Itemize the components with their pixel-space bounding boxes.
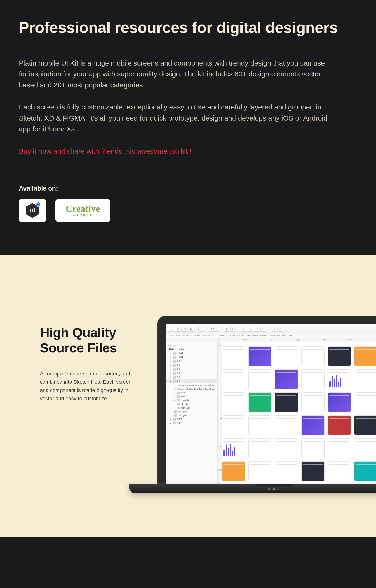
- mask-tool-icon[interactable]: ◑: [271, 326, 277, 332]
- vruler-tick: -600: [218, 344, 222, 346]
- creative-market-badge[interactable]: Creative MARKET: [55, 199, 110, 222]
- ruler-tick: 2,400: [295, 339, 321, 341]
- sidebar-doc-title[interactable]: Platin UI Kit ▾: [166, 347, 217, 351]
- hero-paragraph-1: Platin mobile UI Kit is a huge mobile sc…: [19, 58, 331, 91]
- ui8-logo-icon: ui 8: [24, 202, 40, 219]
- artboard[interactable]: [275, 415, 298, 435]
- artboard[interactable]: [275, 346, 298, 366]
- ruler-tick: 0: [218, 339, 244, 341]
- artboard[interactable]: [248, 438, 272, 458]
- artboard[interactable]: [328, 392, 351, 412]
- ruler-tick: 1,600: [269, 339, 295, 341]
- lbl-scale: Scale: [288, 334, 294, 336]
- layer-item[interactable]: iPhone X/Home IndicatorHome Indicator…: [166, 383, 217, 387]
- group-tool-icon[interactable]: ▣: [224, 326, 230, 332]
- artboard[interactable]: [222, 461, 245, 481]
- page-item[interactable]: ▸9.02: [166, 359, 217, 363]
- layer-item[interactable]: iPhone X/Status Bars/Status Bar (Black): [166, 387, 217, 391]
- layer-item[interactable]: ▸Modals: [166, 402, 217, 406]
- section2-title: High Quality Source Files: [40, 325, 143, 356]
- artboard[interactable]: [328, 461, 351, 481]
- artboard[interactable]: [328, 415, 351, 435]
- page-item[interactable]: ▸10.02: [166, 351, 217, 356]
- toolbar-labels: Insert Data Symbols Text Styles Create S…: [166, 334, 376, 338]
- page-item[interactable]: ▸7.02: [166, 371, 217, 375]
- artboard[interactable]: [248, 369, 272, 389]
- page-item[interactable]: ▸5.01: [166, 421, 217, 425]
- insert-tool-icon[interactable]: +: [168, 326, 174, 332]
- zoom-display[interactable]: 13% ▾: [209, 326, 219, 332]
- layer-item[interactable]: Background: [166, 410, 217, 413]
- textstyles-tool-icon[interactable]: Aa: [188, 326, 194, 332]
- artboard[interactable]: [222, 369, 245, 389]
- artboard[interactable]: [354, 461, 376, 481]
- page-item[interactable]: ▸5.02: [166, 417, 217, 421]
- ruler-tick: 3,200: [321, 339, 347, 341]
- artboard[interactable]: [354, 415, 376, 435]
- page-item[interactable]: ▸8.01: [166, 368, 217, 371]
- artboard[interactable]: [248, 415, 272, 435]
- artboard[interactable]: [301, 369, 324, 389]
- vruler-tick: 0: [218, 370, 219, 372]
- create-symbol-icon[interactable]: ◇: [198, 326, 204, 332]
- symbols-tool-icon[interactable]: ◧: [182, 326, 188, 332]
- marketplace-badges: ui 8 Creative MARKET: [19, 199, 357, 222]
- artboard[interactable]: [222, 415, 245, 435]
- artboard[interactable]: [222, 438, 245, 458]
- lbl-mask: Mask: [281, 334, 287, 336]
- artboard[interactable]: [275, 461, 298, 481]
- artboard[interactable]: [222, 392, 245, 412]
- artboard[interactable]: [328, 438, 351, 458]
- artboard[interactable]: [301, 415, 324, 435]
- laptop-base: MacBook: [129, 484, 376, 493]
- artboard[interactable]: [275, 369, 298, 389]
- ungroup-tool-icon[interactable]: ▢: [230, 326, 236, 332]
- artboard[interactable]: [354, 392, 376, 412]
- artboard[interactable]: [354, 346, 376, 366]
- artboard[interactable]: [301, 346, 324, 366]
- scissors-tool-icon[interactable]: ✂: [254, 326, 260, 332]
- ui8-badge[interactable]: ui 8: [19, 199, 46, 222]
- artboard[interactable]: [222, 346, 245, 366]
- artboard[interactable]: [301, 392, 324, 412]
- layer-item[interactable]: ▸Nav: [166, 391, 217, 395]
- lbl-group: Group: [229, 334, 235, 336]
- artboard[interactable]: [248, 392, 272, 412]
- hero-cta-text: Buy it now and share with friends this a…: [19, 146, 357, 157]
- artboard[interactable]: [275, 392, 298, 412]
- artboard[interactable]: [354, 438, 376, 458]
- artboard[interactable]: [248, 346, 272, 366]
- lbl-insert: Insert: [168, 334, 174, 336]
- lbl-ungroup: Ungroup: [236, 334, 244, 336]
- available-on-label: Available on:: [19, 185, 357, 192]
- edit-tool-icon[interactable]: ✎: [241, 326, 247, 332]
- artboard[interactable]: [301, 461, 324, 481]
- artboard[interactable]: [354, 369, 376, 389]
- layer-item[interactable]: ▸Menu Bar: [166, 406, 217, 410]
- page-item[interactable]: ▸7.01: [166, 375, 217, 379]
- layer-item[interactable]: ▸Title: [166, 395, 217, 399]
- artboard[interactable]: [301, 438, 324, 458]
- page-item[interactable]: ▸10.01: [166, 356, 217, 359]
- lbl-rotate: Rotate: [252, 334, 258, 336]
- sketch-toolbar: + ⌗ ◧ Aa ◇ 13% ▾ ▣ ▢: [166, 324, 376, 334]
- sketch-layers-sidebar: PAGES Platin UI Kit ▾ ▸10.02 ▸10.01 ▸9.0…: [166, 342, 218, 484]
- artboard[interactable]: [275, 438, 298, 458]
- layer-item[interactable]: Background: [166, 413, 217, 417]
- layer-item[interactable]: ▸Calendar: [166, 399, 217, 402]
- data-tool-icon[interactable]: ⌗: [175, 326, 181, 332]
- lbl-scissors: Scissors: [259, 334, 267, 336]
- laptop-mockup: + ⌗ ◧ Aa ◇ 13% ▾ ▣ ▢: [157, 316, 376, 491]
- lbl-createsymbol: Create Symbol: [201, 334, 215, 336]
- page-item[interactable]: ▸9.01: [166, 363, 217, 368]
- artboard[interactable]: [328, 346, 351, 366]
- scale-tool-icon[interactable]: ⤢: [277, 326, 283, 332]
- lbl-textstyles: Text Styles: [191, 334, 200, 336]
- creative-market-sub: MARKET: [65, 214, 100, 217]
- rotate-tool-icon[interactable]: ⟲: [247, 326, 253, 332]
- artboard[interactable]: [248, 461, 272, 481]
- artboard[interactable]: [328, 369, 351, 389]
- rotate-copies-tool-icon[interactable]: ⦿: [260, 326, 267, 332]
- page-item-selected[interactable]: ▾6.01: [166, 379, 217, 383]
- sketch-canvas[interactable]: -600 0 1,800 2,600 3,200: [218, 342, 376, 484]
